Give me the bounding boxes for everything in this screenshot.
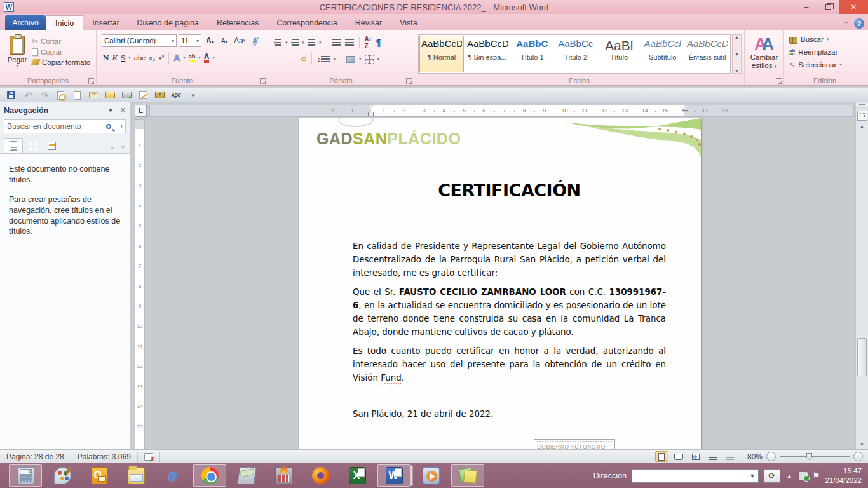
zoom-slider-thumb[interactable]	[806, 453, 812, 460]
restore-button[interactable]	[817, 0, 839, 14]
style-item--normal[interactable]: AaBbCcDc¶ Normal	[419, 36, 464, 72]
close-button[interactable]: ✕	[839, 0, 868, 14]
action-center-flag-icon[interactable]: ⚑	[813, 471, 820, 480]
superscript-button[interactable]: x²	[158, 54, 164, 62]
bold-button[interactable]: N	[103, 53, 109, 63]
taskbar-item-firefox[interactable]	[304, 464, 337, 487]
web-layout-view-button[interactable]	[689, 451, 703, 462]
highlight-color-button[interactable]: ab	[189, 53, 196, 62]
zoom-slider[interactable]	[780, 456, 850, 457]
tab-archivo[interactable]: Archivo	[5, 15, 46, 30]
taskbar-item-internet-explorer[interactable]: e	[156, 464, 189, 487]
change-styles-button[interactable]: AA Cambiar estilos ▾	[745, 30, 784, 85]
select-button[interactable]: ↖Seleccionar▾	[789, 58, 863, 71]
sort-button[interactable]: A↓Z	[365, 36, 372, 50]
italic-button[interactable]: K	[112, 53, 118, 63]
underline-button[interactable]: S	[121, 53, 125, 63]
format-painter-button[interactable]: Copiar formato	[32, 58, 90, 66]
search-icon[interactable]	[106, 124, 111, 129]
copy-button[interactable]: Copiar	[32, 48, 90, 56]
qat-spelling-grammar-button[interactable]: ABC	[169, 89, 183, 101]
document-page[interactable]: GADSANPLÁCIDO CERTIFICACIÓN En calidad d…	[299, 118, 701, 449]
qat-print-preview-button[interactable]	[53, 89, 67, 101]
taskbar-item-scanner[interactable]	[230, 464, 263, 487]
taskbar-item-excel[interactable]	[341, 464, 374, 487]
nav-tab-headings[interactable]	[4, 138, 23, 153]
font-color-button[interactable]: A	[204, 53, 210, 63]
bullets-button[interactable]	[275, 39, 281, 46]
style-item-subt-tulo[interactable]: AaBbCclSubtítulo	[642, 36, 684, 72]
taskbar-item-burner[interactable]	[267, 464, 300, 487]
taskbar-item-outlook[interactable]	[83, 464, 116, 487]
qat-folder-special-button[interactable]	[153, 89, 166, 101]
shading-button[interactable]	[346, 56, 355, 63]
align-left-button[interactable]	[275, 57, 280, 61]
document-paragraph-4[interactable]: San Plácido, 21 de abril de 2022.	[353, 407, 666, 421]
split-handle[interactable]	[856, 104, 868, 109]
grow-font-button[interactable]: A▴	[203, 34, 216, 47]
tab-diseno[interactable]: Diseño de página	[128, 15, 208, 30]
style-item-t-tulo[interactable]: AaBlTítulo	[598, 36, 641, 72]
scroll-down-icon[interactable]: ▼	[856, 440, 868, 449]
search-dropdown-icon[interactable]: ▾	[120, 124, 123, 129]
qat-more-button[interactable]: ▾	[186, 89, 200, 101]
zoom-in-button[interactable]: +	[853, 452, 863, 461]
style-item-t-tulo-1[interactable]: AaBbCTítulo 1	[511, 36, 553, 72]
ruler-toggle-button[interactable]	[857, 111, 867, 121]
paste-dropdown-icon[interactable]: ▾	[16, 64, 18, 69]
qat-save-button[interactable]	[4, 89, 18, 101]
gallery-more-icon[interactable]: ▼	[733, 69, 741, 73]
navigation-close-icon[interactable]: ✕	[120, 106, 126, 114]
taskbar-item-paint[interactable]	[46, 464, 79, 487]
decrease-indent-button[interactable]	[332, 39, 341, 46]
document-search-input[interactable]: Buscar en documento ▾	[4, 119, 126, 133]
gallery-up-icon[interactable]: ▲	[733, 35, 741, 39]
multilevel-list-button[interactable]	[308, 39, 315, 46]
font-size-combo[interactable]: 11▾	[179, 34, 201, 47]
paste-button[interactable]: Pegar ▾	[3, 33, 32, 75]
qat-undo-button[interactable]: ↶	[20, 89, 34, 101]
page-indicator[interactable]: Página: 28 de 28	[0, 450, 71, 463]
style-item--sin-espa-[interactable]: AaBbCcDc¶ Sin espa...	[465, 36, 510, 72]
text-effects-button[interactable]: A	[173, 53, 180, 63]
cut-button[interactable]: ✂Cortar	[32, 37, 90, 46]
outline-view-button[interactable]	[707, 451, 720, 462]
tab-inicio[interactable]: Inicio	[46, 15, 83, 30]
portapapeles-dialog-launcher-icon[interactable]	[88, 78, 94, 84]
vertical-ruler[interactable]: 123456789101112131415	[135, 119, 145, 449]
horizontal-ruler[interactable]: 21123456789101112131415161718	[149, 105, 854, 117]
tab-insertar[interactable]: Insertar	[83, 15, 128, 30]
spelling-status-button[interactable]	[138, 450, 159, 463]
minimize-button[interactable]: –	[796, 0, 817, 14]
zoom-level[interactable]: 80%	[747, 452, 763, 461]
collapse-ribbon-icon[interactable]: ⌃	[844, 20, 849, 27]
borders-button[interactable]	[365, 55, 374, 64]
qat-new-document-button[interactable]	[70, 89, 84, 101]
document-paragraph-2[interactable]: Que el Sr. FAUSTO CECILIO ZAMRBANO LOOR …	[353, 285, 666, 339]
style-item-t-tulo-2[interactable]: AaBbCcTítulo 2	[555, 36, 597, 72]
tab-selector-button[interactable]: L	[135, 105, 147, 117]
left-indent-marker[interactable]	[368, 112, 374, 116]
address-refresh-button[interactable]: ⟳	[764, 469, 780, 483]
justify-button[interactable]	[301, 57, 306, 61]
tab-vista[interactable]: Vista	[391, 15, 426, 30]
increase-indent-button[interactable]	[345, 39, 354, 46]
reading-view-button[interactable]	[672, 451, 686, 462]
align-right-button[interactable]	[292, 57, 297, 61]
draft-view-button[interactable]	[724, 451, 737, 462]
taskbar-item-sticky-notes[interactable]	[451, 464, 484, 487]
next-heading-icon[interactable]: ▼	[120, 144, 126, 151]
font-family-combo[interactable]: Calibri (Cuerpo)▾	[102, 34, 177, 47]
change-case-button[interactable]: Aa▾	[233, 34, 247, 47]
qat-quick-print-button[interactable]	[119, 89, 133, 101]
tab-correspondencia[interactable]: Correspondencia	[268, 15, 346, 30]
qat-redo-button[interactable]: ↷	[37, 89, 51, 101]
shrink-font-button[interactable]: A▾	[218, 34, 231, 47]
show-marks-button[interactable]: ¶	[376, 37, 381, 48]
zoom-out-button[interactable]: −	[766, 452, 776, 461]
scroll-up-icon[interactable]: ▲	[856, 122, 868, 132]
nav-tab-results[interactable]	[42, 138, 61, 153]
subscript-button[interactable]: x₂	[149, 54, 155, 62]
scrollbar-thumb[interactable]	[857, 338, 867, 376]
document-paragraph-1[interactable]: En calidad de Presidente y Representante…	[353, 240, 666, 280]
